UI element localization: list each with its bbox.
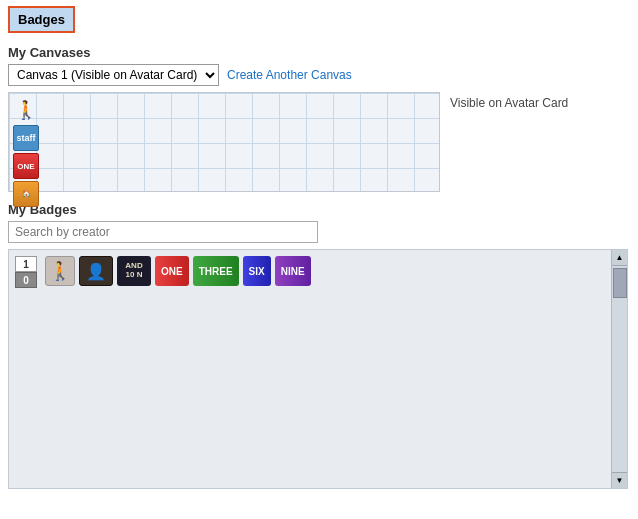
badges-list-inner: 1 0 🚶 👤 AND10 N ONE THREE SIX NINE [9, 250, 627, 294]
scrollbar-thumb[interactable] [613, 268, 627, 298]
list-item[interactable]: AND10 N [117, 256, 151, 286]
badge-count-box: 1 0 [15, 256, 37, 288]
list-item[interactable]: NINE [275, 256, 311, 286]
search-creator-input[interactable] [8, 221, 318, 243]
list-item[interactable]: 🚶 [45, 256, 75, 286]
list-item[interactable]: SIX [243, 256, 271, 286]
badges-section-title: My Badges [8, 202, 630, 217]
canvas-grid-wrapper: 🚶 staff ONE 🏠 [8, 92, 440, 192]
canvas-grid[interactable]: 🚶 staff ONE 🏠 [8, 92, 440, 192]
list-item[interactable]: THREE [193, 256, 239, 286]
badge-count-bottom: 0 [15, 272, 37, 288]
canvas-select[interactable]: Canvas 1 (Visible on Avatar Card) [8, 64, 219, 86]
canvas-visible-label: Visible on Avatar Card [450, 96, 568, 110]
canvas-selector-row: Canvas 1 (Visible on Avatar Card) Create… [8, 64, 630, 86]
canvas-badge-imvu[interactable]: 🏠 [13, 181, 39, 207]
canvas-badge-figure[interactable]: 🚶 [13, 97, 39, 123]
canvas-badge-one[interactable]: ONE [13, 153, 39, 179]
list-item[interactable]: ONE [155, 256, 189, 286]
badge-count-top: 1 [15, 256, 37, 272]
canvas-badge-staff[interactable]: staff [13, 125, 39, 151]
canvas-area: 🚶 staff ONE 🏠 Visible on Avatar Card [8, 92, 630, 192]
canvases-section-title: My Canvases [8, 45, 630, 60]
page-title: Badges [8, 6, 75, 33]
list-item[interactable]: 👤 [79, 256, 113, 286]
scrollbar-track: ▲ ▼ [611, 250, 627, 488]
badges-list-container: 1 0 🚶 👤 AND10 N ONE THREE SIX NINE ▲ ▼ [8, 249, 628, 489]
scrollbar-down-button[interactable]: ▼ [612, 472, 628, 488]
scrollbar-up-button[interactable]: ▲ [612, 250, 628, 266]
canvas-badges: 🚶 staff ONE 🏠 [13, 97, 39, 207]
create-canvas-link[interactable]: Create Another Canvas [227, 68, 352, 82]
